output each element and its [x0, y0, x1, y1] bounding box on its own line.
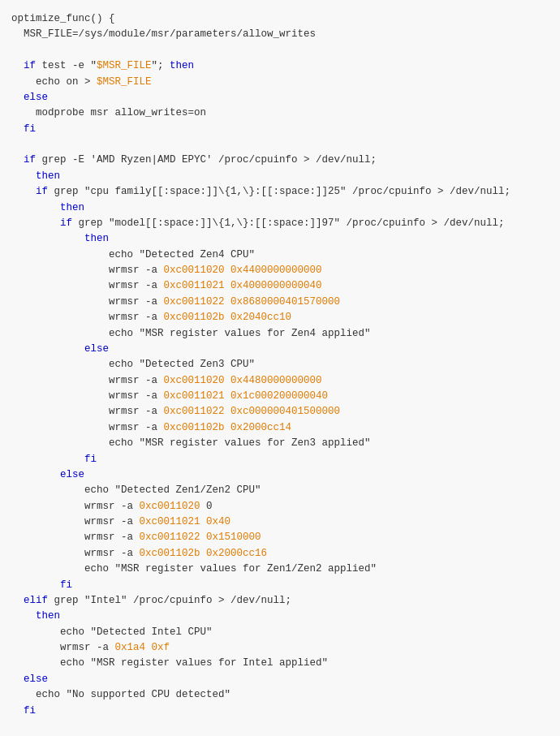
- code-content: optimize_func() { MSR_FILE=/sys/module/m…: [0, 6, 560, 736]
- code-block: optimize_func() { MSR_FILE=/sys/module/m…: [0, 0, 560, 736]
